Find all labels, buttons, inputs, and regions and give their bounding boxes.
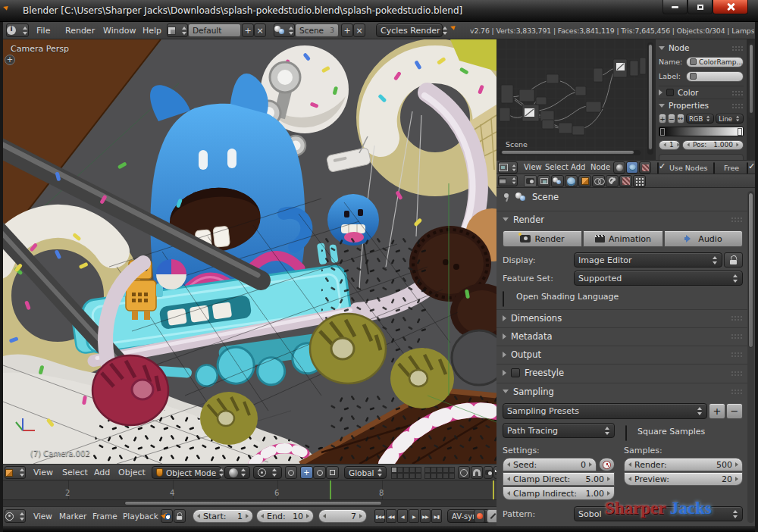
pivot-select[interactable] bbox=[253, 466, 282, 479]
clamp-direct-field[interactable]: Clamp Direct:5.00 bbox=[503, 472, 615, 486]
frame-dropper-toggle[interactable] bbox=[161, 509, 173, 523]
manipulator-translate-button[interactable]: + bbox=[300, 466, 313, 479]
clamp-indirect-field[interactable]: Clamp Indirect:1.00 bbox=[503, 487, 615, 500]
orientation-select[interactable]: Global bbox=[344, 466, 387, 479]
animation-button[interactable]: Animation bbox=[583, 230, 663, 247]
render-engine-select[interactable]: Cycles Render bbox=[376, 23, 443, 37]
npanel-scrollbar[interactable] bbox=[748, 42, 754, 118]
menu-file[interactable]: File bbox=[36, 26, 50, 36]
node-hscrollbar[interactable] bbox=[500, 150, 641, 155]
node-editor[interactable]: Scene Node Name: ColorRamp... Label: Col… bbox=[496, 39, 755, 160]
ramp-color-mode-select[interactable]: RGB bbox=[686, 114, 714, 124]
tab-render[interactable] bbox=[524, 175, 537, 187]
keying-set-button[interactable] bbox=[487, 509, 496, 523]
dimensions-section-header[interactable]: Dimensions bbox=[496, 309, 749, 326]
prev-keyframe-button[interactable]: ◀◀ bbox=[386, 509, 396, 523]
osl-checkbox[interactable] bbox=[503, 291, 504, 307]
integrator-select[interactable]: Path Tracing bbox=[503, 423, 615, 438]
scene-name-field[interactable]: Scene 3 bbox=[295, 23, 339, 37]
scene-delete-button[interactable]: × bbox=[353, 23, 365, 37]
node-menu-view[interactable]: View bbox=[524, 163, 542, 171]
node-menu-select[interactable]: Select bbox=[545, 163, 568, 171]
menu-render[interactable]: Render bbox=[65, 26, 95, 36]
panel-grip[interactable] bbox=[731, 352, 743, 357]
menu-help[interactable]: Help bbox=[143, 26, 161, 36]
freestyle-checkbox[interactable] bbox=[511, 368, 520, 377]
tab-world[interactable] bbox=[565, 175, 578, 187]
seed-field[interactable]: Seed:0 bbox=[503, 458, 597, 471]
play-reverse-button[interactable]: ◀ bbox=[397, 509, 408, 523]
viewport-menu-add[interactable]: Add bbox=[94, 468, 110, 477]
panel-grip[interactable] bbox=[731, 90, 744, 95]
feature-set-select[interactable]: Supported bbox=[574, 271, 743, 286]
viewport-menu-select[interactable]: Select bbox=[62, 468, 88, 477]
node-vscrollbar[interactable] bbox=[647, 42, 653, 155]
ramp-stop-handle[interactable] bbox=[660, 128, 665, 136]
shader-type-object-button[interactable] bbox=[613, 161, 625, 174]
snap-magnet-button[interactable] bbox=[471, 466, 483, 479]
panel-grip[interactable] bbox=[731, 103, 744, 108]
panel-grip[interactable] bbox=[731, 45, 744, 51]
color-ramp-gradient[interactable] bbox=[659, 127, 744, 136]
metadata-section-header[interactable]: Metadata bbox=[496, 327, 749, 344]
layout-name-field[interactable]: Default bbox=[188, 23, 241, 37]
manipulator-rotate-button[interactable] bbox=[313, 466, 326, 479]
node-panel-header[interactable]: Node bbox=[659, 42, 744, 54]
timeline-menu-view[interactable]: View bbox=[33, 512, 52, 521]
panel-grip[interactable] bbox=[731, 333, 743, 339]
ramp-interpolation-select[interactable]: Line bbox=[716, 114, 744, 124]
panel-grip[interactable] bbox=[731, 315, 743, 321]
node-menu-add[interactable]: Add bbox=[571, 163, 585, 171]
timeline-scrollbar[interactable] bbox=[3, 499, 496, 506]
tab-scene[interactable] bbox=[551, 175, 564, 187]
panel-grip[interactable] bbox=[731, 217, 743, 222]
preset-remove-button[interactable]: − bbox=[726, 403, 743, 419]
play-button[interactable]: ▶ bbox=[409, 509, 419, 523]
ramp-index-field[interactable]: 1 bbox=[659, 140, 680, 150]
tab-particles[interactable] bbox=[633, 175, 646, 187]
node-menu-node[interactable]: Node bbox=[590, 163, 610, 171]
node-label-field[interactable] bbox=[686, 71, 744, 82]
ramp-flip-button[interactable]: ↔ bbox=[677, 114, 684, 124]
preview-samples-field[interactable]: Preview:20 bbox=[624, 472, 743, 486]
mode-select[interactable]: Object Mode bbox=[152, 466, 221, 479]
viewport-menu-view[interactable]: View bbox=[33, 468, 53, 477]
render-button[interactable]: Render bbox=[503, 230, 582, 247]
panel-grip[interactable] bbox=[731, 371, 743, 376]
shader-type-lineстиль-button[interactable] bbox=[639, 161, 651, 174]
viewport-menu-object[interactable]: Object bbox=[118, 468, 146, 477]
ramp-stop-handle[interactable] bbox=[738, 128, 742, 136]
sampling-presets-select[interactable]: Sampling Presets bbox=[503, 403, 707, 419]
timeline-menu-playback[interactable]: Playback bbox=[123, 512, 158, 521]
node-name-field[interactable]: ColorRamp... bbox=[686, 57, 744, 67]
proportional-edit-button[interactable] bbox=[458, 466, 470, 479]
seed-animate-button[interactable] bbox=[599, 458, 615, 471]
scene-browse-button[interactable] bbox=[274, 23, 295, 37]
timeline-ruler[interactable]: 2 4 6 8 bbox=[3, 480, 496, 499]
render-section-header[interactable]: Render bbox=[496, 211, 749, 227]
tab-constraints[interactable] bbox=[592, 175, 605, 187]
timeline-scroll-thumb[interactable] bbox=[124, 501, 382, 505]
manipulator-scale-button[interactable] bbox=[326, 466, 339, 479]
editor-type-button-3dview[interactable] bbox=[5, 466, 26, 479]
menu-window[interactable]: Window bbox=[103, 26, 136, 36]
timeline-menu-marker[interactable]: Marker bbox=[59, 512, 86, 521]
current-frame-field[interactable]: 7 bbox=[318, 509, 367, 523]
panel-grip[interactable] bbox=[731, 389, 743, 394]
render-samples-field[interactable]: Render:500 bbox=[624, 458, 743, 471]
ramp-position-field[interactable]: Pos:1.000 bbox=[682, 140, 744, 150]
layout-browse-button[interactable] bbox=[167, 23, 188, 37]
end-frame-field[interactable]: End:10 bbox=[256, 509, 314, 523]
next-keyframe-button[interactable]: ▶▶ bbox=[420, 509, 431, 523]
viewport-shading-select[interactable] bbox=[224, 466, 250, 479]
timeline-menu-frame[interactable]: Frame bbox=[92, 512, 117, 521]
minimize-button[interactable] bbox=[662, 0, 688, 14]
pivot-align-toggle[interactable] bbox=[285, 466, 297, 479]
ramp-add-button[interactable]: + bbox=[659, 114, 666, 124]
3d-viewport[interactable]: Camera Persp + (7) Camera.002 bbox=[3, 39, 496, 464]
maximize-button[interactable] bbox=[688, 0, 713, 14]
editor-type-button-properties[interactable] bbox=[498, 175, 518, 186]
preset-add-button[interactable]: + bbox=[709, 403, 725, 419]
title-bar[interactable]: Blender [C:\Users\Sharper Jacks\Download… bbox=[0, 0, 758, 22]
editor-type-button-nodes[interactable] bbox=[498, 161, 518, 174]
